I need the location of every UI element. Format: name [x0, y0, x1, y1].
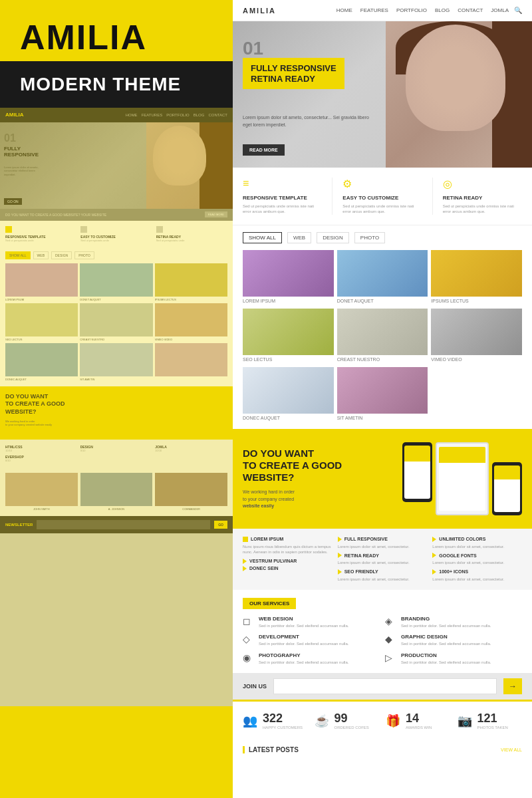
services-header: OUR SERVICES	[243, 598, 522, 609]
mock-team-2: A. JOHNSON	[80, 473, 153, 511]
flist-donec-title: DONEC SEIN	[249, 566, 279, 571]
mock-feature-text-1: Sed ut perspiciatis unde	[5, 239, 76, 242]
join-input[interactable]	[273, 678, 497, 694]
nav-jomla[interactable]: JOMLA	[491, 7, 509, 13]
graphic-design-icon: ◆	[385, 634, 396, 644]
search-icon[interactable]: 🔍	[514, 7, 522, 14]
nav-contact[interactable]: CONTACT	[458, 7, 483, 13]
mock-hero-num: 01	[4, 132, 16, 144]
mock-feature-3: RETINA READY Sed ut perspiciatis unde	[156, 226, 227, 242]
hero-section: 01 FULLY RESPONSIVERETINA READY Lorem ip…	[233, 21, 532, 168]
nav-blog[interactable]: BLOG	[435, 7, 450, 13]
flist-seo-title: SEO FRIENDLY	[344, 569, 378, 574]
portfolio-tab-photo[interactable]: PHOTO	[354, 232, 385, 243]
tablet-mockup	[436, 442, 489, 515]
flist-arrow-icon-6	[432, 537, 436, 542]
flist-unlimited-text: Lorem ipsum dolor sit amet, consectetur.	[432, 544, 522, 549]
portfolio-img-5	[337, 309, 428, 355]
portfolio-item-3: IPSUMS LECTUS	[431, 250, 522, 305]
flist-full-resp-heading: FULL RESPONSIVE	[338, 537, 428, 542]
flist-lorem-ipsum: LOREM IPSUM Nunc ipsum risus bibendum qu…	[243, 537, 332, 582]
mock-pi-1: LOREM IPSUM	[5, 263, 78, 301]
features-strip: ≡ RESPONSIVE TEMPLATE Sed ut perspiciati…	[233, 168, 532, 225]
service-graphic-content: GRAPHIC DESIGN Sed in porttitor dolor. S…	[401, 634, 491, 646]
flist-lorem-title: LOREM IPSUM	[251, 537, 283, 541]
mock-pi-img-7	[5, 343, 78, 376]
service-prod-text: Sed in porttitor dolor. Sed eleifend acc…	[401, 660, 491, 665]
mock-pi-img-5	[80, 303, 152, 336]
service-branding-content: BRANDING Sed in porttitor dolor. Sed ele…	[401, 616, 491, 628]
features-list-section: LOREM IPSUM Nunc ipsum risus bibendum qu…	[233, 529, 532, 590]
feature-retina-title: RETINA READY	[443, 195, 522, 201]
mock-team-photo-3	[155, 473, 227, 506]
mock-newsletter-btn: GO	[214, 521, 227, 529]
nav-portfolio[interactable]: PORTFOLIO	[396, 7, 427, 13]
service-dev-title: DEVELOPMENT	[259, 634, 348, 640]
easy-to-customize-icon: ⚙	[342, 178, 356, 191]
mock-cta-text: DO YOU WANT TO CREATE A GOOD WEBSITE? YO…	[5, 213, 106, 217]
stat-photos-label: PHOTOS TAKEN	[477, 726, 508, 730]
portfolio-label-3: IPSUMS LECTUS	[431, 297, 522, 305]
mock-pi-7: DONEC AUQUET	[5, 343, 78, 381]
mock-cta-bar: DO YOU WANT TO CREATE A GOOD WEBSITE? YO…	[0, 209, 233, 221]
feature-retina: ◎ RETINA READY Sed ut perspiciatis unde …	[443, 178, 522, 215]
service-web-title: WEB DESIGN	[259, 616, 348, 622]
portfolio-item-7: DONEC AUQUET	[243, 367, 334, 422]
portfolio-label-1: LOREM IPSUM	[243, 297, 334, 305]
feature-customize-title: EASY TO CUSTOMIZE	[342, 195, 422, 201]
nav-home[interactable]: HOME	[336, 7, 352, 13]
service-photo-content: PHOTOGRAPHY Sed in porttitor dolor. Sed …	[259, 652, 348, 665]
site-nav-logo: AMILIA	[243, 7, 276, 15]
portfolio-label-8: SIT AMETIN	[337, 414, 428, 422]
feature-divider-2	[432, 178, 433, 215]
flist-google: GOOGLE FONTS Lorem ipsum dolor sit amet,…	[432, 553, 522, 565]
feature-responsive-title: RESPONSIVE TEMPLATE	[243, 195, 322, 201]
stat-photos-content: 121 PHOTOS TAKEN	[477, 712, 508, 730]
preview-mockup: AMILIA HOME FEATURES PORTFOLIO BLOG CONT…	[0, 108, 233, 706]
mock-tab-web: WEB	[33, 251, 49, 259]
portfolio-tab-design[interactable]: DESIGN	[317, 232, 349, 243]
latest-viewall[interactable]: VIEW ALL	[501, 747, 522, 752]
cta-section: DO YOU WANTTO CREATE A GOODWEBSITE? We w…	[233, 429, 532, 529]
customers-icon: 👥	[243, 714, 257, 728]
cta-content: DO YOU WANTTO CREATE A GOODWEBSITE? We w…	[243, 448, 392, 510]
nav-features[interactable]: FEATURES	[360, 7, 388, 13]
cta-phones	[402, 442, 522, 515]
mock-feature-icon-1	[5, 226, 12, 233]
portfolio-item-4: SEO LECTUS	[243, 309, 334, 364]
mock-f2-text-3: 10/10	[155, 449, 227, 452]
feature-responsive: ≡ RESPONSIVE TEMPLATE Sed ut perspiciati…	[243, 178, 322, 215]
development-icon: ◇	[243, 634, 253, 644]
portfolio-img-4	[243, 309, 334, 355]
flist-arrow-icon-5	[338, 569, 342, 575]
mock-pi-label-8: SIT AMETIN	[80, 378, 152, 381]
flist-unlimited-colors: UNLIMITED COLORS Lorem ipsum dolor sit a…	[432, 537, 522, 582]
mock-pi-img-6	[155, 303, 227, 336]
mock-portfolio-tabs: SHOW ALL WEB DESIGN PHOTO	[0, 247, 233, 263]
mock-newsletter-input	[37, 520, 210, 529]
mock-tab-design: DESIGN	[51, 251, 72, 259]
portfolio-tab-all[interactable]: SHOW ALL	[243, 232, 282, 243]
mock-team-grid: JOHN SMITH A. JOHNSON COMMANDER	[5, 473, 227, 511]
flist-arrow-icon-7	[432, 553, 436, 558]
mock-newsletter: NEWSLETTER GO	[0, 516, 233, 533]
mock-pi-3: IPSUMS LECTUS	[155, 263, 227, 301]
portfolio-tab-web[interactable]: WEB	[287, 232, 311, 243]
mock-f2-text-1: 10/10	[5, 449, 78, 452]
feature-retina-text: Sed ut perspiciatis unde omniss iste nat…	[443, 203, 522, 215]
join-button[interactable]: →	[503, 678, 522, 694]
portfolio-label-4: SEO LECTUS	[243, 355, 334, 364]
hero-read-more-button[interactable]: READ MORE	[243, 144, 285, 156]
mock-f2-text-2: 9/10	[80, 449, 153, 452]
mock-features: RESPONSIVE TEMPLATE Sed ut perspiciatis …	[0, 221, 233, 247]
mock-tab-photo: PHOTO	[74, 251, 94, 259]
mock-pi-8: SIT AMETIN	[80, 343, 152, 381]
flist-vestrum-heading: VESTRUM PULVINAR	[243, 559, 332, 564]
feature-customize: ⚙ EASY TO CUSTOMIZE Sed ut perspiciatis …	[342, 178, 422, 215]
service-prod-title: PRODUCTION	[401, 652, 491, 658]
mock-ys-text: We working hard in orderto your company …	[5, 420, 227, 426]
portfolio-img-6	[431, 309, 522, 355]
mock-f2-4: EVERSHOP8/10	[5, 455, 78, 462]
mock-tab-all: SHOW ALL	[5, 251, 31, 259]
stat-customers-label: HAPPY CUSTOMERS	[263, 726, 303, 730]
